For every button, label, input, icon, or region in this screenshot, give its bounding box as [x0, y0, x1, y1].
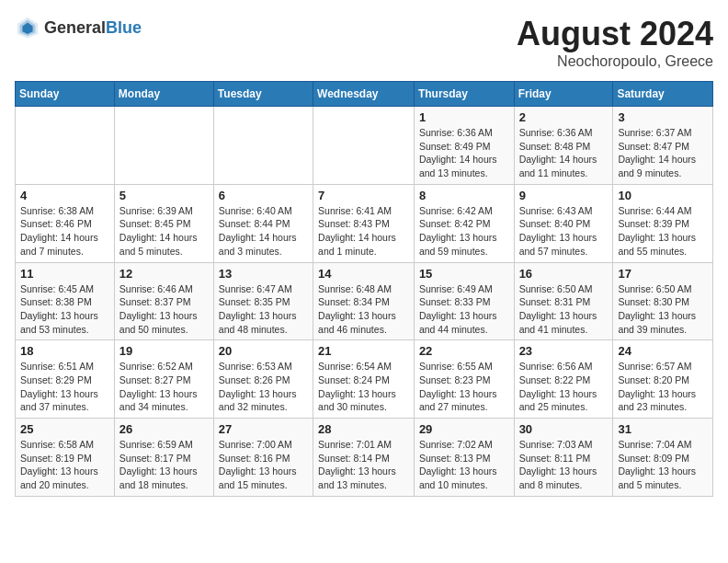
cell-info: Sunrise: 6:57 AM Sunset: 8:20 PM Dayligh… — [618, 360, 708, 414]
calendar-cell: 10Sunrise: 6:44 AM Sunset: 8:39 PM Dayli… — [613, 184, 713, 262]
cell-info: Sunrise: 7:03 AM Sunset: 8:11 PM Dayligh… — [519, 438, 609, 492]
calendar-table: SundayMondayTuesdayWednesdayThursdayFrid… — [15, 81, 713, 497]
calendar-cell: 27Sunrise: 7:00 AM Sunset: 8:16 PM Dayli… — [213, 419, 313, 497]
cell-day-number: 25 — [20, 422, 109, 436]
cell-day-number: 21 — [318, 344, 409, 358]
calendar-title: August 2024 — [517, 15, 713, 53]
calendar-week-3: 11Sunrise: 6:45 AM Sunset: 8:38 PM Dayli… — [16, 262, 713, 340]
cell-info: Sunrise: 6:55 AM Sunset: 8:23 PM Dayligh… — [419, 360, 509, 414]
logo-icon — [15, 15, 40, 40]
calendar-cell: 22Sunrise: 6:55 AM Sunset: 8:23 PM Dayli… — [414, 340, 514, 419]
cell-info: Sunrise: 6:47 AM Sunset: 8:35 PM Dayligh… — [219, 282, 308, 337]
logo-general: General — [44, 18, 106, 38]
day-header-monday: Monday — [114, 82, 213, 107]
cell-info: Sunrise: 7:04 AM Sunset: 8:09 PM Dayligh… — [618, 438, 708, 492]
calendar-cell: 18Sunrise: 6:51 AM Sunset: 8:29 PM Dayli… — [16, 340, 115, 419]
cell-day-number: 1 — [419, 110, 509, 124]
calendar-header: SundayMondayTuesdayWednesdayThursdayFrid… — [16, 82, 713, 107]
calendar-cell: 12Sunrise: 6:46 AM Sunset: 8:37 PM Dayli… — [114, 262, 213, 340]
day-header-wednesday: Wednesday — [313, 82, 415, 107]
cell-info: Sunrise: 6:48 AM Sunset: 8:34 PM Dayligh… — [318, 282, 409, 337]
calendar-cell: 28Sunrise: 7:01 AM Sunset: 8:14 PM Dayli… — [313, 419, 415, 497]
cell-day-number: 15 — [419, 267, 509, 281]
calendar-cell — [16, 107, 115, 185]
cell-info: Sunrise: 6:44 AM Sunset: 8:39 PM Dayligh… — [618, 204, 708, 259]
calendar-cell: 23Sunrise: 6:56 AM Sunset: 8:22 PM Dayli… — [514, 340, 613, 419]
cell-day-number: 8 — [419, 189, 509, 202]
calendar-cell: 16Sunrise: 6:50 AM Sunset: 8:31 PM Dayli… — [514, 262, 613, 340]
cell-day-number: 3 — [618, 110, 708, 124]
calendar-cell: 6Sunrise: 6:40 AM Sunset: 8:44 PM Daylig… — [213, 184, 313, 262]
cell-day-number: 11 — [20, 267, 109, 281]
calendar-cell: 7Sunrise: 6:41 AM Sunset: 8:43 PM Daylig… — [313, 184, 415, 262]
calendar-week-2: 4Sunrise: 6:38 AM Sunset: 8:46 PM Daylig… — [16, 184, 713, 262]
calendar-cell: 15Sunrise: 6:49 AM Sunset: 8:33 PM Dayli… — [414, 262, 514, 340]
cell-day-number: 7 — [318, 189, 409, 202]
logo-blue: Blue — [106, 18, 142, 38]
cell-info: Sunrise: 6:51 AM Sunset: 8:29 PM Dayligh… — [20, 360, 109, 414]
cell-day-number: 20 — [219, 344, 308, 358]
header-row: SundayMondayTuesdayWednesdayThursdayFrid… — [16, 82, 713, 107]
calendar-location: Neochoropoulo, Greece — [517, 53, 713, 70]
cell-day-number: 5 — [119, 189, 209, 202]
cell-day-number: 10 — [618, 189, 708, 202]
cell-day-number: 26 — [119, 422, 209, 436]
cell-day-number: 13 — [219, 267, 308, 281]
cell-day-number: 31 — [618, 422, 708, 436]
calendar-cell: 11Sunrise: 6:45 AM Sunset: 8:38 PM Dayli… — [16, 262, 115, 340]
calendar-cell — [114, 107, 213, 185]
cell-day-number: 6 — [219, 189, 308, 202]
cell-day-number: 9 — [519, 189, 609, 202]
calendar-cell: 25Sunrise: 6:58 AM Sunset: 8:19 PM Dayli… — [16, 419, 115, 497]
cell-info: Sunrise: 6:39 AM Sunset: 8:45 PM Dayligh… — [119, 204, 209, 259]
calendar-cell: 9Sunrise: 6:43 AM Sunset: 8:40 PM Daylig… — [514, 184, 613, 262]
cell-info: Sunrise: 6:54 AM Sunset: 8:24 PM Dayligh… — [318, 360, 409, 414]
calendar-cell — [213, 107, 313, 185]
cell-info: Sunrise: 6:50 AM Sunset: 8:31 PM Dayligh… — [519, 282, 609, 337]
cell-day-number: 17 — [618, 267, 708, 281]
day-header-friday: Friday — [514, 82, 613, 107]
cell-info: Sunrise: 6:58 AM Sunset: 8:19 PM Dayligh… — [20, 438, 109, 492]
day-header-thursday: Thursday — [414, 82, 514, 107]
calendar-cell: 2Sunrise: 6:36 AM Sunset: 8:48 PM Daylig… — [514, 107, 613, 185]
calendar-body: 1Sunrise: 6:36 AM Sunset: 8:49 PM Daylig… — [16, 107, 713, 497]
cell-info: Sunrise: 6:38 AM Sunset: 8:46 PM Dayligh… — [20, 204, 109, 259]
logo: General Blue — [15, 15, 142, 40]
cell-info: Sunrise: 6:56 AM Sunset: 8:22 PM Dayligh… — [519, 360, 609, 414]
cell-info: Sunrise: 6:36 AM Sunset: 8:49 PM Dayligh… — [419, 126, 509, 180]
cell-info: Sunrise: 6:36 AM Sunset: 8:48 PM Dayligh… — [519, 126, 609, 180]
cell-day-number: 23 — [519, 344, 609, 358]
cell-day-number: 12 — [119, 267, 209, 281]
calendar-cell: 24Sunrise: 6:57 AM Sunset: 8:20 PM Dayli… — [613, 340, 713, 419]
cell-day-number: 29 — [419, 422, 509, 436]
calendar-cell: 3Sunrise: 6:37 AM Sunset: 8:47 PM Daylig… — [613, 107, 713, 185]
cell-day-number: 18 — [20, 344, 109, 358]
cell-info: Sunrise: 6:45 AM Sunset: 8:38 PM Dayligh… — [20, 282, 109, 337]
cell-day-number: 14 — [318, 267, 409, 281]
cell-info: Sunrise: 7:00 AM Sunset: 8:16 PM Dayligh… — [219, 438, 308, 492]
cell-info: Sunrise: 6:37 AM Sunset: 8:47 PM Dayligh… — [618, 126, 708, 180]
title-block: August 2024 Neochoropoulo, Greece — [517, 15, 713, 70]
cell-day-number: 19 — [119, 344, 209, 358]
cell-info: Sunrise: 6:40 AM Sunset: 8:44 PM Dayligh… — [219, 204, 308, 259]
calendar-cell: 19Sunrise: 6:52 AM Sunset: 8:27 PM Dayli… — [114, 340, 213, 419]
calendar-cell: 26Sunrise: 6:59 AM Sunset: 8:17 PM Dayli… — [114, 419, 213, 497]
calendar-cell: 4Sunrise: 6:38 AM Sunset: 8:46 PM Daylig… — [16, 184, 115, 262]
logo-text: General Blue — [44, 18, 142, 38]
cell-day-number: 30 — [519, 422, 609, 436]
calendar-cell — [313, 107, 415, 185]
calendar-cell: 31Sunrise: 7:04 AM Sunset: 8:09 PM Dayli… — [613, 419, 713, 497]
calendar-cell: 20Sunrise: 6:53 AM Sunset: 8:26 PM Dayli… — [213, 340, 313, 419]
page-header: General Blue August 2024 Neochoropoulo, … — [15, 15, 713, 70]
calendar-cell: 30Sunrise: 7:03 AM Sunset: 8:11 PM Dayli… — [514, 419, 613, 497]
calendar-cell: 17Sunrise: 6:50 AM Sunset: 8:30 PM Dayli… — [613, 262, 713, 340]
calendar-cell: 29Sunrise: 7:02 AM Sunset: 8:13 PM Dayli… — [414, 419, 514, 497]
cell-info: Sunrise: 6:43 AM Sunset: 8:40 PM Dayligh… — [519, 204, 609, 259]
calendar-cell: 21Sunrise: 6:54 AM Sunset: 8:24 PM Dayli… — [313, 340, 415, 419]
cell-info: Sunrise: 6:42 AM Sunset: 8:42 PM Dayligh… — [419, 204, 509, 259]
day-header-saturday: Saturday — [613, 82, 713, 107]
cell-day-number: 22 — [419, 344, 509, 358]
calendar-week-5: 25Sunrise: 6:58 AM Sunset: 8:19 PM Dayli… — [16, 419, 713, 497]
cell-info: Sunrise: 6:46 AM Sunset: 8:37 PM Dayligh… — [119, 282, 209, 337]
cell-info: Sunrise: 6:50 AM Sunset: 8:30 PM Dayligh… — [618, 282, 708, 337]
